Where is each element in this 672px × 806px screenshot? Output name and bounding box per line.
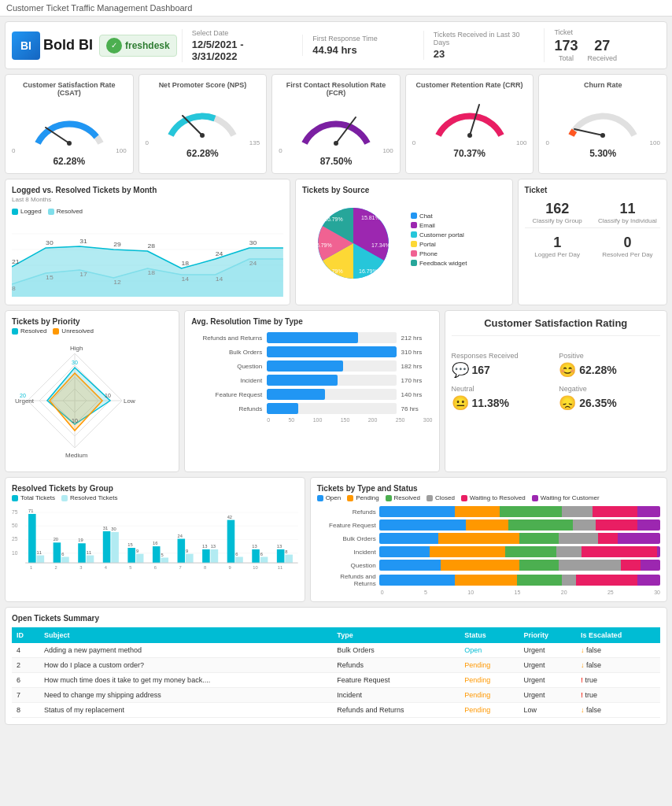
svg-text:15.81%: 15.81% [361, 215, 380, 220]
svg-point-9 [600, 133, 605, 138]
seg-resolved-0 [500, 506, 562, 517]
tickets-type-status-card: Tickets by Type and Status Open Pending … [310, 477, 667, 602]
seg-resolved-2 [519, 533, 559, 544]
csat-gauge-visual [12, 100, 127, 147]
sbar-track-0 [379, 506, 660, 517]
svg-text:30: 30 [249, 240, 257, 246]
sbar-label-2: Bulk Orders [317, 535, 376, 542]
avg-res-bars: Refunds and Returns 212 hrs Bulk Orders … [191, 332, 432, 423]
stacked-bar-title: Tickets by Type and Status [317, 484, 660, 493]
csat-gauge: Customer Satisfaction Rate (CSAT) 0100 6… [5, 74, 134, 174]
ticket-totals: Ticket 173 Total 27 Received [544, 28, 660, 62]
boldbi-text: Bold BI [43, 37, 93, 54]
bar-val-2: 182 hrs [401, 363, 433, 370]
seg-wcust-5 [637, 575, 660, 586]
seg-closed-3 [556, 546, 582, 557]
cell-escalated: ! true [576, 673, 660, 688]
res-dot [12, 328, 18, 335]
cell-escalated: ↓ false [576, 703, 660, 718]
table-body: 4 Adding a new payment method Bulk Order… [12, 643, 660, 718]
per-day-grid: 1 Logged Per Day 0 Resolved Per Day [525, 235, 660, 258]
seg-open-1 [379, 519, 467, 531]
legend-resolved-s: Resolved [386, 494, 420, 501]
resolved-g-label: Resolved Tickets [70, 494, 117, 501]
table-row: 8 Status of my replacement Refunds and R… [12, 703, 660, 718]
seg-wcust-3 [657, 546, 660, 557]
svg-rect-70 [78, 543, 86, 563]
bar-row-incident: Incident 170 hrs [191, 375, 432, 386]
sbar-track-4 [379, 560, 660, 571]
svg-text:15: 15 [127, 542, 132, 547]
bar-fill-3 [267, 375, 338, 386]
svg-rect-86 [178, 539, 186, 564]
svg-text:11: 11 [87, 550, 91, 555]
cell-escalated: ↓ false [576, 658, 660, 673]
portal2-label: Portal [419, 241, 436, 248]
bar-row-bulk: Bulk Orders 310 hrs [191, 346, 432, 357]
seg-pending-1 [466, 519, 508, 531]
exclaim-icon: ! [581, 676, 583, 684]
avg-res-title: Avg. Resolution Time by Type [191, 317, 432, 326]
grouped-legend: Total Tickets Resolved Tickets [12, 494, 298, 501]
sbar-track-1 [379, 519, 660, 531]
seg-resolved-4 [519, 560, 559, 571]
bar-val-1: 310 hrs [401, 349, 433, 356]
responses-icon: 💬 [452, 361, 469, 379]
csat-neutral: Neutral 😐 11.38% [452, 385, 553, 412]
bar-label-5: Refunds [191, 405, 262, 412]
seg-open-4 [379, 560, 441, 571]
svg-text:13: 13 [252, 544, 257, 549]
svg-rect-79 [136, 554, 144, 563]
svg-text:30: 30 [72, 360, 78, 365]
fourth-row: Resolved Tickets by Group Total Tickets … [5, 477, 667, 602]
closed-dot [426, 495, 433, 501]
table-row: 2 How do I place a custom order? Refunds… [12, 658, 660, 673]
open-label: Open [326, 494, 342, 501]
svg-text:7: 7 [179, 565, 181, 570]
svg-text:9: 9 [229, 565, 231, 570]
cell-escalated: ↓ false [576, 643, 660, 658]
legend-resolved-g: Resolved Tickets [61, 494, 117, 501]
third-row: Tickets by Priority Resolved Unresolved [5, 310, 667, 472]
svg-text:29: 29 [113, 242, 121, 248]
svg-text:Medium: Medium [65, 452, 88, 459]
freshdesk-icon: ✓ [106, 38, 122, 54]
response-value: 44.94 hrs [312, 44, 409, 56]
ticket-label: Ticket [554, 28, 651, 36]
chat-label: Chat [419, 213, 433, 220]
widget-dot [411, 260, 417, 266]
churn-range: 0100 [545, 139, 660, 146]
svg-text:High: High [70, 345, 83, 352]
cell-priority: Urgent [519, 688, 576, 703]
seg-wres-5 [576, 575, 638, 586]
svg-text:16.79%: 16.79% [324, 268, 343, 274]
date-value: 12/5/2021 - 3/31/2022 [192, 39, 289, 62]
area-chart-subtitle: Last 8 Months [12, 196, 283, 203]
portal-label: Customer portal [419, 231, 464, 238]
legend-res: Resolved [12, 327, 46, 335]
svg-text:50: 50 [12, 523, 18, 528]
cell-subject: Adding a new payment method [39, 643, 332, 658]
bar-track-5 [267, 403, 396, 414]
svg-text:25: 25 [12, 536, 18, 542]
status-badge: Open [464, 646, 482, 654]
seg-resolved-3 [505, 546, 556, 557]
radar-legend: Resolved Unresolved [12, 327, 172, 335]
sbar-label-0: Refunds [317, 508, 376, 516]
seg-resolved-1 [508, 519, 573, 531]
bar-row-refunds-returns: Refunds and Returns 212 hrs [191, 332, 432, 343]
cell-subject: How much time does it take to get my mon… [39, 673, 332, 688]
open-dot [317, 495, 323, 501]
svg-text:Urgent: Urgent [15, 397, 35, 405]
bar-fill-0 [267, 332, 358, 343]
svg-text:11: 11 [37, 550, 42, 555]
date-metric: Select Date 12/5/2021 - 3/31/2022 [182, 29, 298, 62]
cell-status: Pending [460, 688, 519, 703]
tickets-30-value: 23 [434, 48, 530, 60]
svg-text:2: 2 [55, 565, 57, 570]
svg-text:24: 24 [178, 534, 183, 538]
negative-icon: 😞 [559, 394, 576, 412]
seg-closed-0 [562, 506, 593, 517]
svg-text:10: 10 [72, 418, 78, 423]
area-chart-legend: Logged Resolved [12, 208, 283, 215]
